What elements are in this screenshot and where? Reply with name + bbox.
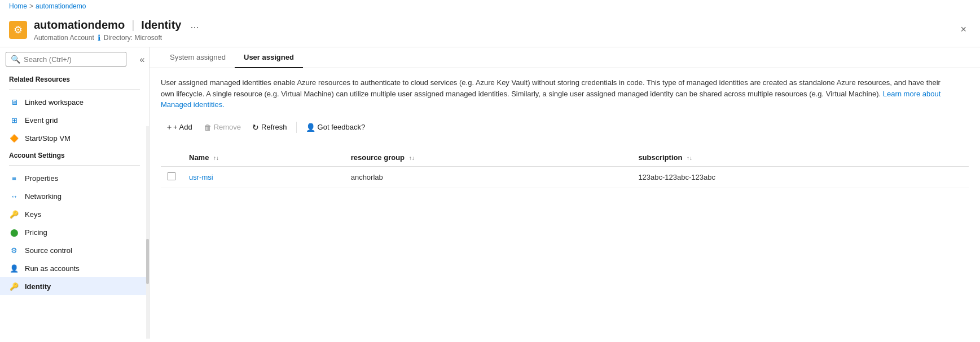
breadcrumb-separator: > <box>29 2 33 10</box>
row-checkbox[interactable] <box>168 172 175 180</box>
sidebar-label-properties: Properties <box>25 174 58 183</box>
row-checkbox-cell <box>161 166 182 188</box>
grid-icon: ⊞ <box>9 115 19 125</box>
sort-sub-icon: ↑↓ <box>687 155 692 161</box>
header-title-block: automationdemo | Identity ... Automation… <box>34 17 949 42</box>
add-button[interactable]: ＋ + Add <box>161 119 197 135</box>
vm-icon: 🔶 <box>9 133 19 143</box>
feedback-button[interactable]: 👤 Got feedback? <box>301 120 370 135</box>
trash-icon: 🗑 <box>204 123 212 132</box>
sidebar-search: 🔍 <box>0 47 132 71</box>
sidebar-item-identity[interactable]: 🔑 Identity <box>0 277 149 295</box>
sidebar-item-event-grid[interactable]: ⊞ Event grid <box>0 111 149 129</box>
page-title: Identity <box>141 19 181 32</box>
search-input[interactable] <box>24 55 121 64</box>
sort-rg-icon: ↑↓ <box>409 155 415 161</box>
sidebar-label-networking: Networking <box>25 192 61 201</box>
tab-user-assigned[interactable]: User assigned <box>235 47 303 68</box>
search-icon: 🔍 <box>11 55 20 64</box>
toolbar-separator <box>296 122 297 133</box>
sidebar: 🔍 « Related Resources 🖥 Linked workspace… <box>0 47 150 339</box>
identity-name-link[interactable]: usr-msi <box>189 173 213 181</box>
breadcrumb: Home > automationdemo <box>0 0 980 12</box>
sidebar-item-pricing[interactable]: ⬤ Pricing <box>0 223 149 241</box>
directory-label: Directory: Microsoft <box>104 34 162 42</box>
sort-name-icon: ↑↓ <box>213 155 219 161</box>
table-header-row: Name ↑↓ resource group ↑↓ subscription ↑… <box>161 149 969 167</box>
col-checkbox <box>161 149 182 167</box>
resource-name: automationdemo <box>34 19 125 32</box>
sidebar-item-start-stop-vm[interactable]: 🔶 Start/Stop VM <box>0 129 149 147</box>
col-subscription[interactable]: subscription ↑↓ <box>631 149 969 167</box>
sidebar-divider-2 <box>9 165 140 166</box>
sidebar-label-keys: Keys <box>25 210 41 219</box>
run-as-icon: 👤 <box>9 263 19 273</box>
section-account-settings: Account Settings <box>0 147 149 162</box>
sidebar-divider-1 <box>9 89 140 90</box>
refresh-button[interactable]: ↻ Refresh <box>248 120 292 135</box>
source-control-icon: ⚙ <box>9 245 19 255</box>
breadcrumb-current[interactable]: automationdemo <box>36 2 86 10</box>
workspace-icon: 🖥 <box>9 97 19 107</box>
sidebar-item-networking[interactable]: ↔ Networking <box>0 187 149 205</box>
pricing-icon: ⬤ <box>9 227 19 237</box>
identity-icon: 🔑 <box>9 281 19 291</box>
sidebar-item-properties[interactable]: ≡ Properties <box>0 169 149 187</box>
row-sub-cell: 123abc-123abc-123abc <box>631 166 969 188</box>
table-row: usr-msi anchorlab 123abc-123abc-123abc <box>161 166 969 188</box>
main-layout: 🔍 « Related Resources 🖥 Linked workspace… <box>0 47 980 339</box>
sidebar-label-start-stop-vm: Start/Stop VM <box>25 134 71 143</box>
col-resource-group[interactable]: resource group ↑↓ <box>344 149 632 167</box>
tab-system-assigned[interactable]: System assigned <box>161 47 235 68</box>
sidebar-item-keys[interactable]: 🔑 Keys <box>0 205 149 223</box>
sidebar-item-linked-workspace[interactable]: 🖥 Linked workspace <box>0 93 149 111</box>
identities-table: Name ↑↓ resource group ↑↓ subscription ↑… <box>161 149 969 188</box>
header-subtitle: Automation Account ℹ Directory: Microsof… <box>34 33 949 42</box>
description-text: User assigned managed identities enable … <box>161 77 951 110</box>
sidebar-label-event-grid: Event grid <box>25 116 58 125</box>
sidebar-item-run-as-accounts[interactable]: 👤 Run as accounts <box>0 259 149 277</box>
row-rg-cell: anchorlab <box>344 166 632 188</box>
tab-bar: System assigned User assigned <box>150 47 980 68</box>
row-name-cell: usr-msi <box>182 166 344 188</box>
sidebar-label-run-as-accounts: Run as accounts <box>25 264 80 273</box>
section-related-resources: Related Resources <box>0 71 149 86</box>
breadcrumb-home[interactable]: Home <box>9 2 27 10</box>
resource-type: Automation Account <box>34 34 94 42</box>
sidebar-label-pricing: Pricing <box>25 228 47 237</box>
feedback-icon: 👤 <box>306 123 315 132</box>
sidebar-label-source-control: Source control <box>25 246 72 255</box>
more-options-button[interactable]: ... <box>186 17 203 33</box>
remove-button[interactable]: 🗑 Remove <box>199 120 245 135</box>
refresh-icon: ↻ <box>252 123 259 132</box>
content-area: User assigned managed identities enable … <box>150 68 980 197</box>
sidebar-label-identity: Identity <box>25 282 51 291</box>
properties-icon: ≡ <box>9 173 19 183</box>
add-icon: ＋ <box>165 122 173 132</box>
collapse-sidebar-button[interactable]: « <box>135 53 149 66</box>
close-button[interactable]: × <box>956 21 971 38</box>
sidebar-label-linked-workspace: Linked workspace <box>25 98 84 106</box>
toolbar: ＋ + Add 🗑 Remove ↻ Refresh 👤 Got feedbac… <box>161 119 969 140</box>
resource-icon: ⚙ <box>9 21 27 39</box>
page-header: ⚙ automationdemo | Identity ... Automati… <box>0 12 980 47</box>
main-content: System assigned User assigned User assig… <box>150 47 980 339</box>
keys-icon: 🔑 <box>9 209 19 219</box>
col-name[interactable]: Name ↑↓ <box>182 149 344 167</box>
info-icon: ℹ <box>98 33 100 42</box>
networking-icon: ↔ <box>9 191 19 201</box>
sidebar-item-source-control[interactable]: ⚙ Source control <box>0 241 149 259</box>
